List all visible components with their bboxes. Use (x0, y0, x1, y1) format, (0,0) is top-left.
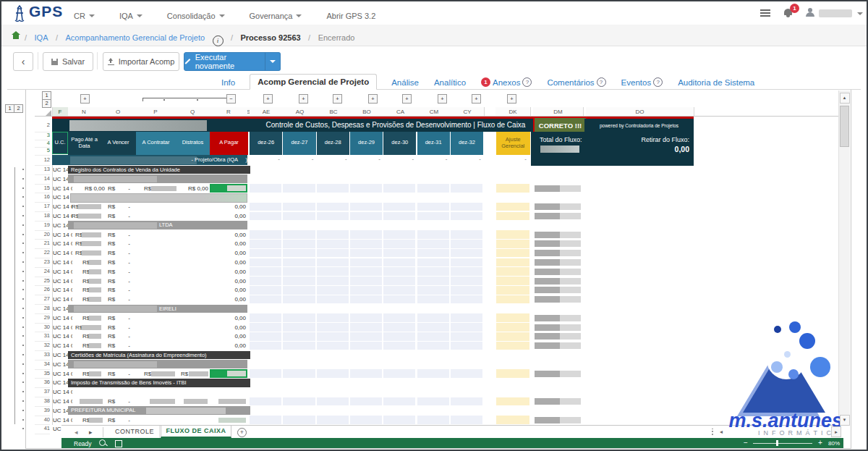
info-circle-icon[interactable]: i (213, 35, 224, 46)
breadcrumb: / IQA / Acompanhamento Gerencial de Proj… (1, 25, 867, 46)
sheet-tab-controle[interactable]: CONTROLE (110, 426, 160, 438)
list-icon[interactable] (760, 9, 770, 17)
fullscreen-icon[interactable] (115, 440, 122, 447)
breadcrumb-acomp-link[interactable]: Acompanhamento Gerencial de Projeto (65, 33, 205, 42)
outline-row-dot (22, 326, 24, 328)
user-menu-caret-icon[interactable] (857, 12, 863, 15)
menu-cr[interactable]: CR (74, 12, 95, 20)
search-icon[interactable] (99, 439, 106, 446)
status-bar: Ready−+80% (61, 438, 843, 448)
help-circle-icon[interactable]: ? (597, 77, 606, 87)
outline-row-dot (22, 206, 24, 207)
execute-dropdown-button[interactable] (265, 52, 281, 71)
pencil-icon (185, 59, 191, 64)
zoom-out-button[interactable]: − (744, 439, 748, 447)
sheet-prev-button[interactable]: ◂ (75, 429, 78, 436)
outline-row-dot (22, 354, 24, 355)
back-button[interactable]: ‹ (13, 52, 33, 71)
save-button[interactable]: Salvar (43, 52, 93, 71)
help-circle-icon[interactable]: ? (653, 77, 663, 87)
caret-down-icon (296, 14, 302, 17)
outline-row-dot (22, 234, 24, 235)
tab-info[interactable]: Info (221, 75, 236, 90)
outline-row-dot (22, 428, 24, 429)
gps-lighthouse-icon (10, 4, 27, 26)
caret-down-icon (270, 60, 276, 63)
application-window: GPS CRIQAConsolidaçãoGovernançaAbrir GPS… (0, 0, 868, 451)
watermark-flask-circle (767, 340, 806, 379)
outline-row-dot (22, 308, 24, 309)
tab-an-lise[interactable]: Análise (391, 75, 420, 90)
caret-down-icon (137, 14, 142, 17)
zoom-in-button[interactable]: + (818, 439, 822, 447)
tab-coment-rios[interactable]: Comentários? (546, 75, 606, 90)
home-icon[interactable] (12, 31, 20, 39)
outline-row-dot (22, 373, 24, 374)
outline-row-dot (22, 410, 24, 411)
toolbar-divider (97, 52, 98, 69)
zoom-slider-track[interactable] (753, 443, 812, 444)
hscroll-right-button[interactable]: ▸ (831, 426, 841, 437)
sheet-next-button[interactable]: ▸ (89, 429, 93, 436)
anexos-count-badge: 1 (481, 77, 490, 87)
breadcrumb-separator: / (25, 33, 27, 42)
user-avatar-icon[interactable] (806, 8, 814, 17)
row-outline-level-1-button[interactable]: 1 (5, 104, 14, 113)
sheet-tab-divider (103, 427, 103, 437)
menu-consolidação[interactable]: Consolidação (167, 12, 225, 20)
outline-row-dot (22, 298, 24, 300)
import-acomp-button[interactable]: Importar Acomp (103, 52, 179, 71)
outline-row-dot (22, 280, 24, 282)
tab-eventos[interactable]: Eventos? (621, 75, 664, 90)
outline-row-dot (22, 169, 24, 170)
row-outline-bracket (14, 167, 15, 424)
outline-row-dot (22, 215, 24, 216)
outline-row-dot (22, 391, 24, 392)
outline-row-dot (22, 289, 24, 290)
tab-acomp-gerencial-de-projeto[interactable]: Acomp Gerencial de Projeto (250, 74, 377, 90)
menu-abrir-gps[interactable]: Abrir GPS 3.2 (326, 12, 375, 20)
save-icon (51, 59, 58, 65)
outline-row-dot (22, 345, 24, 346)
menu-governança[interactable]: Governança (250, 12, 302, 20)
brand-logo[interactable]: GPS (29, 3, 63, 20)
outline-row-dot (22, 271, 24, 272)
tab-auditoria-de-sistema[interactable]: Auditoria de Sistema (677, 75, 755, 90)
zoom-level-label: 80% (828, 440, 840, 447)
breadcrumb-separator: / (231, 33, 233, 42)
execute-again-button[interactable]: Executar novamente (184, 52, 266, 71)
row-outline-level-2-button[interactable]: 2 (14, 104, 23, 113)
top-navbar: GPS CRIQAConsolidaçãoGovernançaAbrir GPS… (1, 1, 867, 25)
breadcrumb-status: Encerrado (318, 33, 355, 42)
watermark-subtitle: INFORMÁTICA (714, 429, 843, 437)
notification-badge[interactable]: 1 (790, 4, 799, 13)
sheet-tab-fluxo-de-caixa[interactable]: FLUXO DE CAIXA (161, 426, 231, 438)
zoom-slider-handle[interactable] (776, 440, 778, 446)
outline-row-dot (22, 187, 24, 189)
outline-row-dot (22, 382, 24, 383)
outline-row-dot (22, 178, 24, 180)
tab-anexos[interactable]: 1Anexos? (480, 75, 532, 90)
toolbar-divider (38, 52, 38, 69)
tab-bar: InfoAcomp Gerencial de ProjetoAnáliseAna… (221, 74, 755, 90)
outline-row-dot (22, 252, 24, 253)
caret-down-icon (89, 14, 95, 17)
help-circle-icon[interactable]: ? (522, 77, 532, 87)
menu-iqa[interactable]: IQA (119, 12, 142, 20)
outline-row-dot (22, 261, 24, 263)
caret-down-icon (219, 14, 225, 17)
hscroll-resize-handle[interactable] (712, 429, 713, 435)
outline-row-dot (22, 419, 24, 421)
add-sheet-button[interactable]: + (237, 428, 247, 437)
outline-row-dot (22, 243, 24, 244)
breadcrumb-iqa-link[interactable]: IQA (35, 33, 48, 42)
breadcrumb-separator: / (308, 33, 310, 42)
user-name-redacted (819, 9, 852, 17)
outline-row-dot (22, 335, 24, 337)
search-icon-handle (105, 444, 108, 447)
outline-row-dot (22, 196, 24, 198)
tabbar-baseline (7, 89, 861, 90)
tab-anal-tico[interactable]: Analítico (433, 75, 467, 90)
msantunes-watermark: m.s.antunes INFORMÁTICA (714, 311, 851, 439)
status-ready-label: Ready (74, 440, 92, 447)
